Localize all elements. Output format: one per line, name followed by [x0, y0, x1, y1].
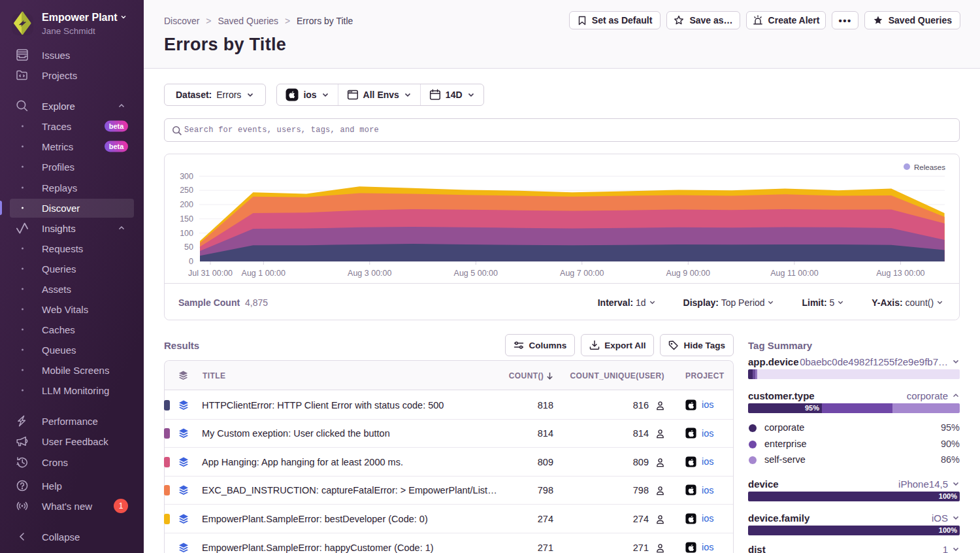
svg-text:Aug 5 00:00: Aug 5 00:00: [454, 269, 498, 278]
svg-text:Aug 13 00:00: Aug 13 00:00: [876, 269, 924, 278]
svg-text:200: 200: [180, 200, 193, 209]
svg-text:Jul 31 00:00: Jul 31 00:00: [188, 269, 233, 278]
svg-text:Releases: Releases: [914, 163, 945, 171]
svg-text:300: 300: [180, 172, 193, 181]
svg-text:Aug 1 00:00: Aug 1 00:00: [242, 269, 286, 278]
svg-text:150: 150: [180, 214, 193, 224]
svg-text:Aug 11 00:00: Aug 11 00:00: [770, 269, 818, 278]
svg-text:Aug 9 00:00: Aug 9 00:00: [666, 269, 710, 278]
svg-text:50: 50: [184, 243, 193, 252]
svg-text:Aug 3 00:00: Aug 3 00:00: [348, 269, 391, 278]
svg-text:Aug 7 00:00: Aug 7 00:00: [560, 269, 604, 278]
svg-text:0: 0: [189, 257, 193, 266]
svg-text:100: 100: [180, 229, 193, 238]
svg-text:250: 250: [180, 186, 193, 195]
